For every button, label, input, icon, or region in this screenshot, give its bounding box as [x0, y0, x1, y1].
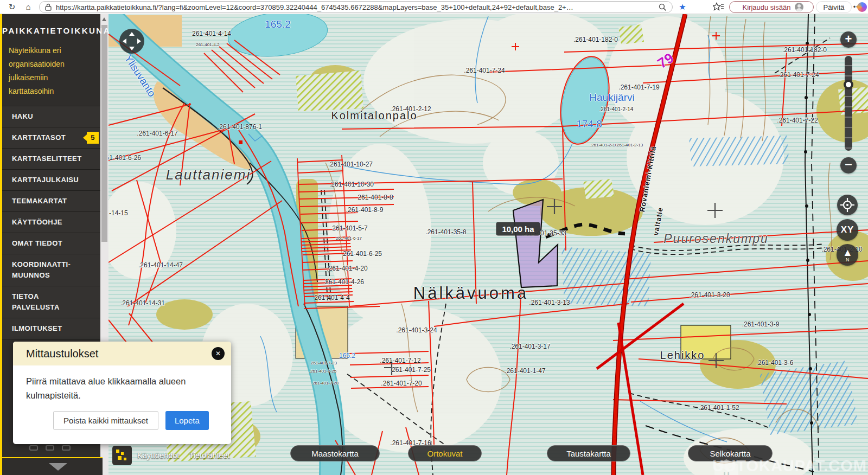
field-patch — [681, 325, 731, 359]
building-mark — [239, 140, 242, 144]
watermark: H UUTOKAUPAT.COM — [712, 457, 867, 475]
zoom-page-icon[interactable] — [659, 3, 667, 11]
tagline-line: julkaisemiin — [9, 71, 100, 85]
sidebar-item-karttaselitteet[interactable]: KARTTASELITTEET — [2, 149, 100, 170]
measurement-tooltip: 10,00 ha — [496, 222, 540, 236]
hidden-tool-icons — [29, 445, 71, 451]
dialog-title: Mittaustulokset — [26, 348, 98, 360]
update-button[interactable]: Päivitä — [816, 1, 852, 13]
crosshair-icon — [837, 195, 858, 215]
sidebar-item-haku[interactable]: HAKU — [2, 106, 100, 127]
basemap-ortokuvat[interactable]: Ortokuvat — [408, 445, 482, 461]
layer-count-badge: 5 — [87, 132, 99, 144]
paikkatietoikkuna-logo-icon — [112, 446, 132, 465]
svg-text:H: H — [724, 471, 730, 475]
browser-toolbar: ↻ ⌂ https://kartta.paikkatietoikkuna.fi/… — [0, 0, 868, 14]
sidebar-item-karttatasot[interactable]: KARTTATASOT 5 — [2, 127, 100, 149]
map-footer: Käyttöehdot Tietolähteet — [112, 446, 240, 465]
north-label: N — [846, 257, 850, 262]
sidebar-item-ilmoitukset[interactable]: ILMOITUKSET — [2, 318, 100, 339]
scrollbar-thumb[interactable] — [101, 25, 107, 242]
sidebar-menu: HAKU KARTTATASOT 5 KARTTASELITTEET KARTT… — [2, 106, 100, 339]
favorite-star-icon[interactable]: ★ — [677, 2, 688, 12]
tagline-line: organisaatioiden — [9, 57, 100, 71]
update-label: Päivitä — [823, 3, 844, 11]
zoom-in-button[interactable]: + — [840, 31, 857, 48]
sources-link[interactable]: Tietolähteet — [189, 451, 229, 460]
app-logo: PAIKKATIETOIKKUNA — [2, 14, 100, 35]
huutokaupat-cube-icon: H — [712, 457, 741, 475]
scrollbar-up-arrow[interactable] — [102, 17, 106, 21]
address-bar[interactable]: https://kartta.paikkatietoikkuna.fi/?lan… — [39, 1, 673, 13]
collections-icon[interactable] — [713, 2, 724, 12]
sidebar-item-teemakartat[interactable]: TEEMAKARTAT — [2, 191, 100, 212]
zoom-slider-handle[interactable] — [844, 80, 853, 89]
locate-button[interactable] — [837, 195, 858, 215]
basemap-maastokartta[interactable]: Maastokartta — [290, 445, 380, 461]
lock-icon — [45, 3, 52, 11]
tagline: Näyteikkuna eri organisaatioiden julkais… — [2, 35, 100, 98]
zoom-slider-track[interactable] — [845, 56, 852, 151]
sidebar-item-karttajulkaisu[interactable]: KARTTAJULKAISU — [2, 170, 100, 191]
avatar — [795, 3, 803, 11]
sidebar-item-omat-tiedot[interactable]: OMAT TIEDOT — [2, 233, 100, 254]
dialog-body: Piirrä mitattava alue klikkaamalla aluee… — [13, 365, 231, 444]
close-icon[interactable]: ✕ — [212, 347, 225, 360]
basemap-taustakartta[interactable]: Taustakartta — [547, 445, 630, 461]
sidebar-item-tietoa-palvelusta[interactable]: TIETOA PALVELUSTA — [2, 286, 100, 318]
zoom-out-button[interactable]: − — [840, 157, 857, 174]
sidebar-bottom-bar — [2, 457, 103, 475]
dialog-header: Mittaustulokset ✕ — [13, 342, 231, 365]
login-button[interactable]: Kirjaudu sisään — [729, 1, 814, 13]
stop-button[interactable]: Lopeta — [165, 411, 209, 430]
dialog-instructions: Piirrä mitattava alue klikkaamalla aluee… — [26, 374, 205, 402]
copilot-icon[interactable] — [857, 2, 867, 12]
home-icon[interactable]: ⌂ — [23, 2, 34, 12]
sidebar-item-koordinaattimuunnos[interactable]: KOORDINAATTI-MUUNNOS — [2, 254, 100, 286]
reload-icon[interactable]: ↻ — [7, 2, 17, 12]
sidebar-item-kayttoohje[interactable]: KÄYTTÖOHJE — [2, 212, 100, 233]
terms-link[interactable]: Käyttöehdot — [137, 451, 179, 460]
pan-tool-button[interactable] — [119, 29, 144, 54]
clear-measurements-button[interactable]: Poista kaikki mittaukset — [53, 411, 158, 430]
tagline-line: Näyteikkuna eri — [9, 44, 100, 57]
tagline-line: karttatasoihin — [9, 85, 100, 98]
coordinates-xy-button[interactable]: XY — [837, 219, 858, 241]
url-text: https://kartta.paikkatietoikkuna.fi/?lan… — [56, 3, 659, 11]
compass-button[interactable]: ▲ N — [837, 244, 858, 266]
move-arrows-icon — [119, 29, 144, 54]
login-label: Kirjaudu sisään — [743, 3, 791, 11]
measurement-dialog: Mittaustulokset ✕ Piirrä mitattava alue … — [13, 342, 231, 444]
sidebar-scroll-down-icon[interactable] — [49, 463, 67, 471]
